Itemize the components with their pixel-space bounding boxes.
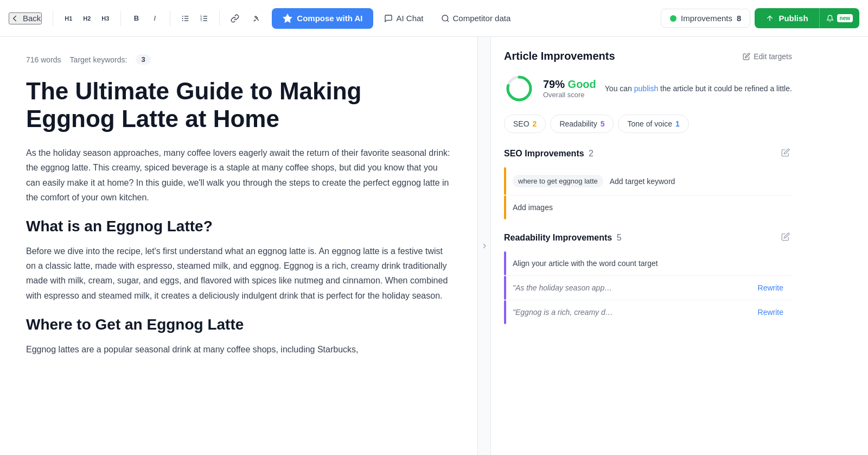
readability-edit-button[interactable] <box>779 230 792 245</box>
seo-item-2: Add images <box>504 195 792 219</box>
score-ring <box>504 73 534 104</box>
compose-with-ai-button[interactable]: Compose with AI <box>272 8 373 29</box>
unordered-list-button[interactable] <box>177 10 194 27</box>
right-panel: Article Improvements Edit targets 79% Go… <box>490 37 805 455</box>
ai-chat-button[interactable]: AI Chat <box>378 9 430 27</box>
word-count-bar: 716 words Target keywords: 3 <box>26 54 451 65</box>
h2-button[interactable]: H2 <box>78 10 95 27</box>
seo-tab[interactable]: SEO 2 <box>504 115 546 133</box>
readability-item-1: Align your article with the word count t… <box>504 251 792 276</box>
panel-title: Article Improvements <box>504 50 615 62</box>
score-sublabel: Overall score <box>543 91 596 99</box>
readability-item-3-quote: "Eggnog is a rich, creamy d… <box>513 308 751 317</box>
readability-item-3: "Eggnog is a rich, creamy d… Rewrite <box>504 300 792 324</box>
link-button[interactable] <box>226 10 244 27</box>
improvements-count: 8 <box>737 14 741 23</box>
italic-button[interactable]: I <box>146 10 163 27</box>
back-button[interactable]: Back <box>9 12 42 24</box>
toolbar-divider-2 <box>120 11 121 26</box>
score-area: 79% Good Overall score You can publish t… <box>504 73 792 104</box>
improvements-label: Improvements <box>681 14 732 23</box>
article-h2-1: What is an Eggnog Latte? <box>26 218 451 235</box>
keyword-count-badge: 3 <box>136 54 150 65</box>
seo-tab-count: 2 <box>533 119 537 128</box>
toolbar-divider-1 <box>53 11 53 26</box>
competitor-data-label: Competitor data <box>453 14 511 23</box>
readability-item-1-text: Align your article with the word count t… <box>513 259 783 268</box>
competitor-icon <box>441 14 450 23</box>
score-description: You can publish the article but it could… <box>605 83 792 94</box>
readability-item-2-rewrite[interactable]: Rewrite <box>758 283 783 292</box>
readability-section-header: Readability Improvements 5 <box>504 230 792 245</box>
score-value: 79% Good <box>543 78 596 91</box>
publish-link[interactable]: publish <box>634 84 658 93</box>
readability-bar-3 <box>504 300 506 324</box>
edit-targets-label: Edit targets <box>754 52 792 61</box>
readability-improvements-section: Readability Improvements 5 Align your ar… <box>504 230 792 324</box>
toolbar-divider-3 <box>170 11 170 26</box>
list-icon <box>181 14 190 23</box>
edit-icon <box>743 53 750 60</box>
article-paragraph-1[interactable]: As the holiday season approaches, many c… <box>26 146 451 205</box>
readability-section-title: Readability Improvements <box>504 233 612 242</box>
list-format-buttons: 1.2.3. <box>177 10 213 27</box>
seo-edit-button[interactable] <box>779 146 792 161</box>
link-icon <box>231 14 239 23</box>
toolbar-divider-4 <box>219 11 220 26</box>
main-layout: 716 words Target keywords: 3 The Ultimat… <box>0 37 868 455</box>
panel-header: Article Improvements Edit targets <box>504 50 792 62</box>
readability-item-2: "As the holiday season app… Rewrite <box>504 276 792 300</box>
new-button[interactable]: new <box>819 8 859 28</box>
publish-group: Publish new <box>755 8 859 28</box>
ordered-list-button[interactable]: 1.2.3. <box>195 10 213 27</box>
seo-improvements-section: SEO Improvements 2 where to get eggnog l… <box>504 146 792 219</box>
svg-text:3.: 3. <box>201 19 203 22</box>
readability-tab-count: 5 <box>601 119 605 128</box>
improvements-button[interactable]: Improvements 8 <box>661 9 750 28</box>
seo-item-2-text: Add images <box>513 203 783 212</box>
publish-label: Publish <box>778 14 808 23</box>
seo-bar-2 <box>504 195 506 219</box>
seo-bar-1 <box>504 167 506 195</box>
panel-collapse-handle[interactable] <box>477 37 490 455</box>
readability-section-title-group: Readability Improvements 5 <box>504 233 622 243</box>
bold-button[interactable]: B <box>127 10 145 27</box>
competitor-data-button[interactable]: Competitor data <box>435 9 518 27</box>
publish-icon <box>765 14 774 23</box>
tone-tab-label: Tone of voice <box>627 119 672 128</box>
svg-line-14 <box>447 20 449 22</box>
article-paragraph-3[interactable]: Eggnog lattes are a popular seasonal dri… <box>26 342 451 357</box>
bell-icon <box>826 15 834 22</box>
clear-format-icon <box>252 14 261 23</box>
target-keywords-label: Target keywords: <box>70 55 127 64</box>
article-h2-2: Where to Get an Eggnog Latte <box>26 316 451 333</box>
readability-bar-1 <box>504 251 506 275</box>
seo-tab-label: SEO <box>513 119 529 128</box>
tone-tab-count: 1 <box>675 119 680 128</box>
publish-button[interactable]: Publish <box>755 8 819 28</box>
readability-tab[interactable]: Readability 5 <box>550 115 614 133</box>
seo-edit-icon <box>781 148 790 157</box>
svg-point-13 <box>442 15 448 21</box>
article-paragraph-2[interactable]: Before we dive into the recipe, let's fi… <box>26 244 451 303</box>
heading-buttons: H1 H2 H3 <box>60 10 114 27</box>
collapse-icon <box>480 242 489 250</box>
edit-targets-button[interactable]: Edit targets <box>743 52 792 61</box>
ai-chat-label: AI Chat <box>396 14 423 23</box>
tone-of-voice-tab[interactable]: Tone of voice 1 <box>618 115 688 133</box>
clear-format-button[interactable] <box>248 10 265 27</box>
ai-chat-icon <box>384 14 393 23</box>
seo-item-1-text: Add target keyword <box>610 177 783 186</box>
compose-label: Compose with AI <box>297 14 362 23</box>
toolbar: Back H1 H2 H3 B I 1.2.3. Compose with AI… <box>0 0 868 37</box>
text-format-buttons: B I <box>127 10 163 27</box>
h3-button[interactable]: H3 <box>97 10 114 27</box>
h1-button[interactable]: H1 <box>60 10 77 27</box>
seo-section-title-group: SEO Improvements 2 <box>504 149 593 159</box>
new-badge: new <box>837 14 853 22</box>
readability-tab-label: Readability <box>559 119 597 128</box>
back-label: Back <box>23 14 41 23</box>
svg-point-4 <box>182 18 183 19</box>
editor-area: 716 words Target keywords: 3 The Ultimat… <box>0 37 477 455</box>
readability-item-3-rewrite[interactable]: Rewrite <box>758 308 783 317</box>
